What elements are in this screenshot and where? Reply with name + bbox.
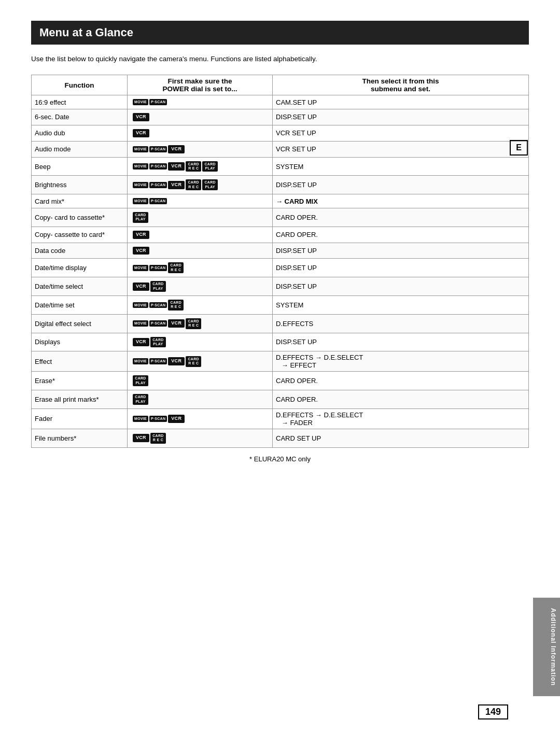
power-badges-cell: VCRCARDPLAY xyxy=(128,333,273,351)
badge-card-play: CARDPLAY xyxy=(133,212,148,223)
power-badges-cell: CARDPLAY xyxy=(128,390,273,409)
table-row: Copy- card to cassette*CARDPLAYCARD OPER… xyxy=(32,208,529,227)
function-cell: Copy- card to cassette* xyxy=(32,208,128,227)
badge-vcr: VCR xyxy=(168,162,185,171)
badge-movie: MOVIE xyxy=(133,99,148,105)
function-cell: Audio dub xyxy=(32,125,128,141)
submenu-cell: → CARD MIX xyxy=(273,194,529,208)
table-row: Date/time setMOVIEP·SCANCARDR E CSYSTEM xyxy=(32,295,529,314)
badge-p-scan: P·SCAN xyxy=(149,320,167,327)
submenu-cell: DISP.SET UP xyxy=(273,259,529,277)
power-badges-cell: VCR xyxy=(128,109,273,125)
badge-vcr: VCR xyxy=(168,145,185,153)
power-badges-cell: MOVIEP·SCANVCR xyxy=(128,408,273,429)
submenu-cell: VCR SET UP xyxy=(273,125,529,141)
col-header-power: First make sure the POWER dial is set to… xyxy=(128,75,273,95)
table-row: EffectMOVIEP·SCANVCRCARDR E CD.EFFECTS →… xyxy=(32,351,529,372)
badge-p-scan: P·SCAN xyxy=(149,265,167,271)
page-title: Menu at a Glance xyxy=(31,21,529,45)
badge-card-play: CARDPLAY xyxy=(202,179,218,190)
page-number: 149 xyxy=(478,704,508,719)
function-cell: 16:9 effect xyxy=(32,95,128,109)
badge-card-rec: CARDR E C xyxy=(186,179,201,190)
badge-p-scan: P·SCAN xyxy=(149,99,167,105)
table-row: DisplaysVCRCARDPLAYDISP.SET UP xyxy=(32,333,529,351)
submenu-cell: D.EFFECTS xyxy=(273,314,529,333)
submenu-cell: DISP.SET UP xyxy=(273,333,529,351)
submenu-cell: SYSTEM xyxy=(273,157,529,176)
function-cell: Card mix* xyxy=(32,194,128,208)
power-badges-cell: VCRCARDPLAY xyxy=(128,277,273,296)
badge-vcr: VCR xyxy=(133,283,149,291)
badge-p-scan: P·SCAN xyxy=(149,416,167,422)
badge-card-rec: CARDR E C xyxy=(186,318,201,329)
function-cell: Effect xyxy=(32,351,128,372)
badge-movie: MOVIE xyxy=(133,358,148,364)
badge-vcr: VCR xyxy=(168,319,185,328)
badge-p-scan: P·SCAN xyxy=(149,302,167,308)
power-badges-cell: MOVIEP·SCANVCR xyxy=(128,141,273,157)
table-row: 16:9 effectMOVIEP·SCANCAM.SET UP xyxy=(32,95,529,109)
table-row: Digital effect selectMOVIEP·SCANVCRCARDR… xyxy=(32,314,529,333)
submenu-cell: DISP.SET UP xyxy=(273,277,529,296)
main-table: Function First make sure the POWER dial … xyxy=(31,75,529,447)
function-cell: File numbers* xyxy=(32,429,128,447)
table-row: Date/time selectVCRCARDPLAYDISP.SET UP xyxy=(32,277,529,296)
function-cell: Date/time set xyxy=(32,295,128,314)
function-cell: Audio mode xyxy=(32,141,128,157)
badge-p-scan: P·SCAN xyxy=(149,163,167,170)
power-badges-cell: MOVIEP·SCAN xyxy=(128,194,273,208)
table-row: Erase all print marks*CARDPLAYCARD OPER. xyxy=(32,390,529,409)
submenu-cell: SYSTEM xyxy=(273,295,529,314)
table-row: Card mix*MOVIEP·SCAN→ CARD MIX xyxy=(32,194,529,208)
badge-card-rec: CARDR E C xyxy=(186,161,201,172)
function-cell: Erase all print marks* xyxy=(32,390,128,409)
function-cell: Erase* xyxy=(32,372,128,390)
table-row: Erase*CARDPLAYCARD OPER. xyxy=(32,372,529,390)
submenu-cell: DISP.SET UP xyxy=(273,176,529,194)
submenu-cell: CARD OPER. xyxy=(273,227,529,243)
power-badges-cell: VCRCARDR E C xyxy=(128,429,273,447)
badge-vcr: VCR xyxy=(133,247,149,255)
table-row: BeepMOVIEP·SCANVCRCARDR E CCARDPLAYSYSTE… xyxy=(32,157,529,176)
submenu-cell: D.EFFECTS → D.E.SELECT → FADER xyxy=(273,408,529,429)
submenu-cell: VCR SET UP xyxy=(273,141,529,157)
power-badges-cell: MOVIEP·SCANCARDR E C xyxy=(128,295,273,314)
power-badges-cell: MOVIEP·SCANCARDR E C xyxy=(128,259,273,277)
power-badges-cell: MOVIEP·SCANVCRCARDR E C xyxy=(128,314,273,333)
badge-movie: MOVIE xyxy=(133,198,148,204)
badge-vcr: VCR xyxy=(133,434,149,442)
function-cell: Brightness xyxy=(32,176,128,194)
footer-note: * ELURA20 MC only xyxy=(31,455,529,463)
badge-p-scan: P·SCAN xyxy=(149,358,167,364)
badge-card-rec: CARDR E C xyxy=(168,300,184,311)
table-row: File numbers*VCRCARDR E CCARD SET UP xyxy=(32,429,529,447)
power-badges-cell: CARDPLAY xyxy=(128,372,273,390)
submenu-cell: D.EFFECTS → D.E.SELECT → EFFECT xyxy=(273,351,529,372)
badge-p-scan: P·SCAN xyxy=(149,146,167,152)
badge-card-play: CARDPLAY xyxy=(133,375,148,386)
badge-vcr: VCR xyxy=(133,338,149,346)
table-row: Date/time displayMOVIEP·SCANCARDR E CDIS… xyxy=(32,259,529,277)
function-cell: Date/time display xyxy=(32,259,128,277)
badge-p-scan: P·SCAN xyxy=(149,182,167,188)
badge-vcr: VCR xyxy=(168,415,185,423)
power-badges-cell: VCR xyxy=(128,243,273,259)
badge-movie: MOVIE xyxy=(133,163,148,170)
badge-vcr: VCR xyxy=(133,129,149,137)
submenu-cell: CAM.SET UP xyxy=(273,95,529,109)
submenu-cell: DISP.SET UP xyxy=(273,109,529,125)
power-badges-cell: MOVIEP·SCANVCRCARDR E C xyxy=(128,351,273,372)
badge-vcr: VCR xyxy=(168,357,185,365)
power-badges-cell: MOVIEP·SCAN xyxy=(128,95,273,109)
function-cell: Data code xyxy=(32,243,128,259)
badge-card-play: CARDPLAY xyxy=(133,394,148,405)
power-badges-cell: MOVIEP·SCANVCRCARDR E CCARDPLAY xyxy=(128,176,273,194)
function-cell: Displays xyxy=(32,333,128,351)
col-header-function: Function xyxy=(32,75,128,95)
table-row: FaderMOVIEP·SCANVCRD.EFFECTS → D.E.SELEC… xyxy=(32,408,529,429)
submenu-cell: CARD OPER. xyxy=(273,372,529,390)
badge-p-scan: P·SCAN xyxy=(149,198,167,204)
additional-info-sidebar: Additional Information xyxy=(533,598,560,696)
function-cell: Digital effect select xyxy=(32,314,128,333)
